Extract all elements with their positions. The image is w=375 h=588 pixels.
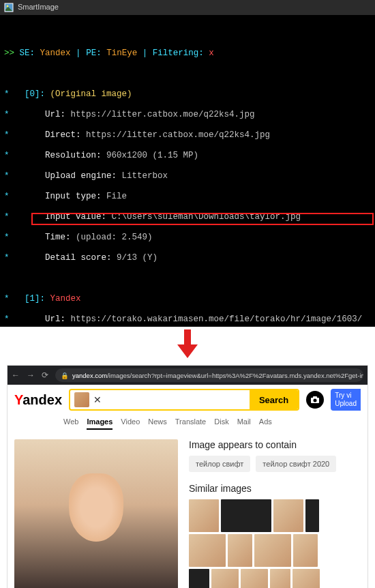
yandex-logo[interactable]: Yandex — [14, 392, 62, 408]
similar-image[interactable] — [293, 534, 318, 567]
search-tabs: Web Images Video News Translate Disk Mai… — [63, 417, 361, 430]
sep: | — [76, 48, 81, 58]
tab-disk[interactable]: Disk — [214, 417, 228, 430]
similar-image[interactable] — [228, 534, 252, 567]
field-value: (upload: 2.549) — [76, 233, 153, 242]
field-label: Direct: — [45, 130, 81, 140]
similar-image[interactable] — [273, 499, 303, 532]
sep: | — [142, 48, 148, 58]
tab-translate[interactable]: Translate — [175, 417, 206, 430]
browser-window: ← → ⟳ 🔒 yandex.com/images/search?rpt=ima… — [7, 365, 368, 588]
tag-chip[interactable]: тейлор свифт 2020 — [256, 456, 336, 472]
similar-title: Similar images — [189, 483, 361, 494]
titlebar: SmartImage — [0, 0, 375, 15]
down-arrow-icon — [177, 329, 198, 359]
try-banner[interactable]: Try vi Upload — [331, 389, 361, 411]
field-label: Resolution: — [45, 151, 102, 160]
tab-ads[interactable]: Ads — [259, 417, 272, 430]
field-label: Input value: — [45, 212, 106, 222]
field-label: Upload engine: — [45, 171, 117, 181]
similar-image[interactable] — [189, 534, 226, 567]
original-image[interactable] — [14, 439, 178, 588]
field-value: 9/13 (Y) — [117, 253, 158, 263]
field-label: Detail score: — [45, 253, 112, 263]
svg-rect-3 — [313, 396, 317, 398]
result-engine: (Original image) — [50, 89, 132, 99]
se-value: Yandex — [40, 48, 71, 58]
tag-chip[interactable]: тейлор свифт — [189, 456, 250, 472]
field-label: Url: — [45, 314, 65, 324]
url-path: /images/search?rpt=imageview&url=https%3… — [107, 372, 363, 379]
field-value: Litterbox — [122, 171, 168, 181]
pe-label: PE: — [86, 48, 102, 58]
field-value: C:\Users\suleman\Downloads\taylor.jpg — [112, 212, 301, 222]
similar-image[interactable] — [241, 569, 268, 588]
terminal-window: SmartImage >> SE: Yandex | PE: TinEye | … — [0, 0, 375, 327]
field-value: https://litter.catbox.moe/q22ks4.jpg — [71, 110, 255, 119]
forward-button[interactable]: → — [27, 370, 35, 380]
try-line: Try vi — [335, 392, 357, 400]
camera-icon — [310, 395, 320, 405]
tab-video[interactable]: Video — [121, 417, 140, 430]
tab-news[interactable]: News — [148, 417, 167, 430]
clear-search-button[interactable]: ✕ — [93, 394, 102, 405]
field-value: 960x1200 (1.15 MP) — [106, 151, 198, 160]
se-label: SE: — [20, 48, 35, 58]
similar-image[interactable] — [189, 499, 219, 532]
app-title: SmartImage — [18, 3, 59, 12]
address-bar[interactable]: 🔒 yandex.com/images/search?rpt=imageview… — [55, 368, 363, 382]
similar-image[interactable] — [254, 534, 291, 567]
tab-web[interactable]: Web — [63, 417, 78, 430]
result-idx: [1]: — [25, 294, 45, 304]
search-box: ✕ Search — [69, 389, 299, 411]
camera-button[interactable] — [306, 391, 324, 409]
filter-value: x — [209, 48, 214, 58]
similar-image[interactable] — [221, 499, 271, 532]
try-line: Upload — [335, 400, 357, 408]
similar-image[interactable] — [270, 569, 290, 588]
appears-title: Image appears to contain — [189, 439, 361, 450]
tab-mail[interactable]: Mail — [237, 417, 251, 430]
field-label: Time: — [45, 233, 71, 242]
field-value: https://litter.catbox.moe/q22ks4.jpg — [86, 130, 270, 140]
result-engine: Yandex — [50, 294, 81, 304]
similar-image[interactable] — [211, 569, 239, 588]
page-content: Yandex ✕ Search Try vi Upload Web Images… — [7, 385, 368, 588]
search-thumbnail[interactable] — [74, 392, 89, 407]
browser-toolbar: ← → ⟳ 🔒 yandex.com/images/search?rpt=ima… — [7, 366, 368, 385]
field-value: https://torako.wakarimasen.moe/file/tora… — [71, 314, 363, 324]
logo-y: Y — [14, 392, 22, 407]
logo-rest: andex — [22, 392, 62, 407]
similar-image[interactable] — [189, 569, 209, 588]
app-icon — [4, 3, 14, 12]
filter-label: Filtering: — [153, 48, 204, 58]
terminal-body: >> SE: Yandex | PE: TinEye | Filtering: … — [0, 15, 375, 327]
lock-icon: 🔒 — [61, 372, 69, 379]
svg-point-4 — [314, 399, 317, 402]
result-idx: [0]: — [25, 89, 45, 99]
similar-image[interactable] — [292, 569, 320, 588]
pe-value: TinEye — [106, 48, 137, 58]
url-host: yandex.com — [72, 372, 107, 379]
back-button[interactable]: ← — [12, 370, 20, 380]
field-value: File — [106, 192, 127, 201]
arrow-annotation — [0, 327, 375, 365]
tab-images[interactable]: Images — [87, 417, 112, 430]
prompt: >> — [4, 48, 14, 58]
reload-button[interactable]: ⟳ — [42, 370, 48, 380]
field-label: Url: — [45, 110, 65, 119]
search-button[interactable]: Search — [250, 390, 298, 409]
field-label: Input type: — [45, 192, 102, 201]
similar-image[interactable] — [305, 499, 319, 532]
